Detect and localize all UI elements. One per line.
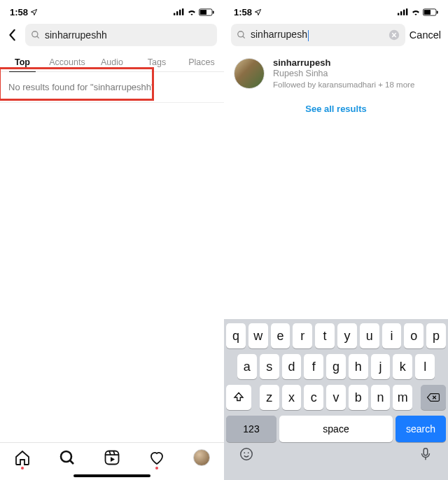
key-y[interactable]: y bbox=[337, 323, 357, 348]
key-r[interactable]: r bbox=[293, 323, 312, 348]
key-z[interactable]: z bbox=[260, 385, 279, 410]
svg-rect-1 bbox=[176, 11, 178, 15]
status-bar: 1:58 bbox=[0, 0, 224, 20]
svg-rect-6 bbox=[213, 10, 214, 13]
key-shift[interactable] bbox=[226, 385, 251, 410]
wifi-icon bbox=[411, 8, 421, 15]
cancel-button[interactable]: Cancel bbox=[410, 29, 441, 41]
svg-rect-11 bbox=[106, 451, 119, 464]
key-q[interactable]: q bbox=[226, 323, 246, 348]
status-time: 1:58 bbox=[234, 7, 252, 17]
tab-places[interactable]: Places bbox=[179, 53, 224, 71]
nav-search[interactable] bbox=[59, 449, 76, 466]
search-row: sinharrupeshh bbox=[0, 20, 224, 50]
key-backspace[interactable] bbox=[421, 385, 446, 410]
location-icon bbox=[30, 8, 38, 16]
search-result-row[interactable]: sinharrupesh Rupesh Sinha Followed by ka… bbox=[224, 50, 448, 97]
svg-point-29 bbox=[244, 452, 245, 453]
key-h[interactable]: h bbox=[349, 354, 368, 379]
search-icon bbox=[237, 30, 246, 40]
key-w[interactable]: w bbox=[248, 323, 268, 348]
chevron-left-icon bbox=[8, 29, 17, 41]
search-row: sinharrupesh Cancel bbox=[224, 20, 448, 50]
keyboard-row-2: a s d f g h j k l bbox=[226, 354, 446, 379]
svg-rect-0 bbox=[174, 13, 175, 15]
key-j[interactable]: j bbox=[371, 354, 391, 379]
search-icon bbox=[31, 30, 41, 40]
svg-point-9 bbox=[61, 451, 71, 462]
key-emoji[interactable] bbox=[239, 446, 254, 462]
home-indicator[interactable] bbox=[74, 474, 150, 477]
svg-point-7 bbox=[32, 31, 38, 37]
nav-activity[interactable] bbox=[148, 449, 165, 466]
key-a[interactable]: a bbox=[237, 354, 257, 379]
key-p[interactable]: p bbox=[426, 323, 446, 348]
wifi-icon bbox=[187, 8, 197, 15]
phone-left: 1:58 sinharrupeshh Top Accounts Audio Ta… bbox=[0, 0, 224, 480]
battery-icon bbox=[199, 8, 214, 16]
nav-home[interactable] bbox=[14, 449, 31, 466]
key-x[interactable]: x bbox=[282, 385, 302, 410]
search-input[interactable]: sinharrupesh bbox=[231, 24, 405, 46]
svg-point-30 bbox=[248, 452, 249, 453]
tab-accounts[interactable]: Accounts bbox=[45, 53, 90, 71]
search-query-text: sinharrupeshh bbox=[45, 29, 211, 41]
see-all-results-button[interactable]: See all results bbox=[224, 97, 448, 121]
key-t[interactable]: t bbox=[315, 323, 335, 348]
status-time: 1:58 bbox=[10, 7, 28, 17]
key-b[interactable]: b bbox=[349, 385, 368, 410]
home-icon bbox=[14, 449, 31, 466]
svg-rect-16 bbox=[398, 13, 399, 15]
key-l[interactable]: l bbox=[415, 354, 435, 379]
search-nav-icon bbox=[59, 449, 76, 466]
key-o[interactable]: o bbox=[404, 323, 424, 348]
svg-point-28 bbox=[241, 449, 253, 460]
clear-button[interactable] bbox=[388, 29, 400, 41]
back-button[interactable] bbox=[4, 24, 21, 45]
search-input[interactable]: sinharrupeshh bbox=[25, 24, 217, 46]
nav-profile[interactable] bbox=[193, 449, 210, 466]
key-s[interactable]: s bbox=[260, 354, 279, 379]
signal-icon bbox=[398, 8, 409, 15]
svg-rect-21 bbox=[424, 10, 430, 15]
key-f[interactable]: f bbox=[304, 354, 323, 379]
nav-reels[interactable] bbox=[104, 449, 120, 466]
phone-right: 1:58 sinharrupesh Cancel sinharrupesh Ru… bbox=[224, 0, 448, 480]
no-results-text: No results found for "sinharrupeshh" bbox=[8, 82, 216, 92]
key-m[interactable]: m bbox=[393, 385, 412, 410]
key-123[interactable]: 123 bbox=[226, 416, 276, 442]
text-cursor-icon bbox=[308, 30, 309, 41]
tab-tags[interactable]: Tags bbox=[134, 53, 179, 71]
tab-audio[interactable]: Audio bbox=[90, 53, 134, 71]
keyboard-row-1: q w e r t y u i o p bbox=[226, 323, 446, 348]
key-c[interactable]: c bbox=[304, 385, 323, 410]
key-search[interactable]: search bbox=[396, 416, 446, 442]
location-icon bbox=[254, 8, 262, 16]
search-query-text: sinharrupesh bbox=[251, 29, 384, 41]
heart-icon bbox=[148, 449, 165, 466]
mic-icon bbox=[418, 446, 433, 462]
keyboard-row-3: z x c v b n m bbox=[226, 385, 446, 410]
key-d[interactable]: d bbox=[282, 354, 302, 379]
key-v[interactable]: v bbox=[326, 385, 346, 410]
search-tabs: Top Accounts Audio Tags Places bbox=[0, 50, 224, 72]
svg-line-8 bbox=[37, 36, 39, 38]
svg-line-10 bbox=[70, 460, 74, 464]
key-u[interactable]: u bbox=[360, 323, 379, 348]
key-g[interactable]: g bbox=[326, 354, 346, 379]
emoji-icon bbox=[239, 446, 254, 462]
shift-icon bbox=[232, 391, 245, 404]
key-n[interactable]: n bbox=[371, 385, 391, 410]
nav-home-dot-icon bbox=[21, 467, 24, 470]
key-space[interactable]: space bbox=[279, 416, 393, 442]
reels-icon bbox=[104, 449, 120, 466]
key-k[interactable]: k bbox=[393, 354, 412, 379]
clear-icon bbox=[388, 29, 400, 41]
keyboard: q w e r t y u i o p a s d f g h j k l bbox=[224, 319, 448, 480]
key-e[interactable]: e bbox=[271, 323, 290, 348]
key-i[interactable]: i bbox=[382, 323, 402, 348]
svg-rect-19 bbox=[406, 8, 407, 15]
result-fullname: Rupesh Sinha bbox=[273, 69, 414, 80]
tab-top[interactable]: Top bbox=[0, 53, 45, 71]
key-dictation[interactable] bbox=[418, 446, 433, 462]
